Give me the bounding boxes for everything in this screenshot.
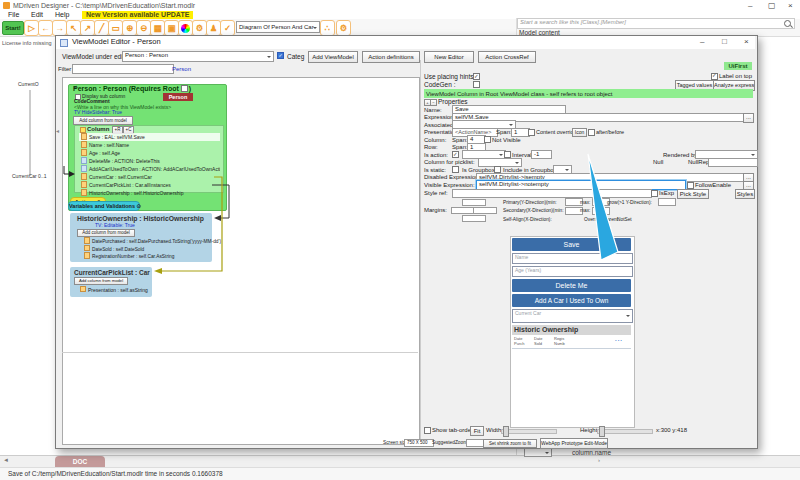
maximize-button[interactable]: ▢	[768, 2, 776, 10]
pick-style-button[interactable]: Pick Style	[677, 189, 709, 199]
dialog-titlebar[interactable]	[56, 36, 755, 49]
style-ref-input[interactable]	[452, 189, 652, 198]
person-link[interactable]: Person	[172, 66, 191, 73]
styles-button[interactable]: Styles	[735, 189, 755, 199]
width-slider[interactable]	[501, 429, 557, 434]
margin-bottom-input[interactable]	[462, 215, 486, 223]
person-class-badge[interactable]: Person	[163, 93, 193, 101]
add-column-button[interactable]: Add column from model	[73, 116, 133, 125]
diagram-selector[interactable]: Diagram Of Person And Car	[236, 21, 320, 33]
run-icon[interactable]: ▷	[24, 20, 39, 36]
action-definitions-button[interactable]: Action definitions	[362, 51, 420, 63]
width-slider-thumb[interactable]	[503, 426, 509, 437]
is-static-checkbox[interactable]	[452, 166, 459, 173]
preview-add-car-button[interactable]: Add A Car I Used To Own	[512, 294, 631, 307]
menu-edit[interactable]: Edit	[31, 11, 43, 19]
icon-button[interactable]: Icon	[572, 128, 587, 138]
background-combo[interactable]	[524, 448, 552, 457]
picklist-row-presentation[interactable]: Presentation : self.asString	[78, 286, 148, 294]
content-override-checkbox[interactable]	[528, 129, 535, 136]
menu-file[interactable]: File	[8, 11, 19, 19]
expression-ellipsis-button[interactable]: ...	[743, 113, 754, 123]
margin-left-input[interactable]	[451, 207, 475, 215]
tree-row-deleteme[interactable]: DeleteMe : ACTION: DeleteThis	[79, 157, 220, 165]
copy-view-icon[interactable]: ▣	[164, 20, 179, 36]
secondary-max-input[interactable]	[592, 207, 610, 215]
margin-right-input[interactable]	[473, 207, 497, 215]
tree-row-currentcarpicklist[interactable]: CurrentCarPickList : Car.allInstances	[79, 181, 220, 189]
historic-row-datepurchased[interactable]: DatePurchased : self.DatePurchased.ToStr…	[82, 237, 221, 245]
scroll-left-icon[interactable]: ◄	[3, 457, 9, 464]
zoom-in-icon[interactable]: ⊕	[122, 20, 137, 36]
preview-more-button[interactable]: ...	[615, 336, 623, 343]
dialog-close-button[interactable]: ×	[744, 38, 749, 46]
tab-doc[interactable]: DOC	[55, 456, 105, 467]
tree-row-save[interactable]: Save : EAL: selfVM.Save	[79, 133, 220, 141]
fit-button[interactable]: Fit	[470, 426, 484, 436]
check-icon[interactable]: ✓	[220, 20, 235, 36]
preview-delete-button[interactable]: Delete Me	[512, 279, 631, 292]
preview-col-regnumber[interactable]: RegisNumb	[554, 337, 565, 347]
after-before-checkbox[interactable]	[588, 129, 595, 136]
variables-section[interactable]: Variables and Validations ⊙	[68, 201, 140, 211]
preview-save-button[interactable]: Save	[512, 238, 631, 251]
forward-icon[interactable]: →	[52, 20, 67, 36]
categ-checkbox[interactable]	[277, 52, 284, 59]
search-input[interactable]: Start a search like this [Class].[Member…	[517, 18, 795, 29]
dialog-minimize-button[interactable]: –	[700, 38, 704, 46]
color-wheel-icon[interactable]	[178, 20, 193, 36]
margin-top-input[interactable]	[462, 199, 486, 207]
tree-row-currentcar[interactable]: CurrentCar : self.CurrentCar	[79, 173, 220, 181]
new-editor-button[interactable]: New Editor	[424, 51, 474, 63]
filter-input[interactable]	[72, 64, 174, 74]
pane-splitter[interactable]	[420, 60, 421, 443]
historic-row-datesold[interactable]: DateSold : self.DateSold	[82, 245, 144, 253]
collapse-icon[interactable]: −	[430, 99, 437, 106]
line-tool-icon[interactable]: ╱	[94, 20, 109, 36]
add-viewmodel-button[interactable]: Add ViewModel	[308, 51, 358, 63]
requires-root-checkbox[interactable]	[181, 85, 188, 92]
settings-gear-icon[interactable]: ⚙	[336, 20, 351, 36]
tree-row-name[interactable]: Name : self.Name	[79, 141, 220, 149]
gear-add-icon[interactable]: ⚙	[192, 20, 207, 36]
menu-help[interactable]: Help	[55, 11, 69, 19]
historic-row-registrationnumber[interactable]: RegistrationNumber : self.Car.AsString	[82, 252, 174, 260]
label-on-top-checkbox[interactable]	[711, 73, 718, 80]
preview-col-datesold[interactable]: DateSold	[534, 337, 542, 347]
isexp-checkbox[interactable]	[651, 190, 658, 197]
grid-icon[interactable]: ▦	[150, 20, 165, 36]
is-action-checkbox[interactable]	[452, 151, 459, 158]
nullrep-input[interactable]	[708, 158, 758, 167]
show-tab-order-checkbox[interactable]	[424, 427, 431, 434]
scroll-right-icon[interactable]: ›	[598, 457, 600, 464]
minimize-button[interactable]: –	[748, 2, 752, 10]
back-icon[interactable]: ←	[38, 20, 53, 36]
tree-row-age[interactable]: Age : self.Age	[79, 149, 220, 157]
screen-tool-icon[interactable]: ▭	[108, 20, 123, 36]
action-crossref-button[interactable]: Action CrossRef	[478, 51, 536, 63]
height-slider[interactable]	[597, 429, 653, 434]
zoom-out-icon[interactable]: ⊖	[136, 20, 151, 36]
start-button[interactable]: Start!	[2, 21, 24, 35]
dialog-maximize-button[interactable]: □	[722, 38, 727, 46]
preview-age-input[interactable]: Age (Years)	[512, 266, 633, 277]
height-slider-thumb[interactable]	[599, 426, 605, 437]
search-icon[interactable]	[784, 20, 791, 27]
pointer-icon[interactable]: ↖	[66, 20, 81, 36]
update-banner[interactable]: New Version available UPDATE	[82, 11, 193, 19]
follow-enable-checkbox[interactable]	[687, 182, 694, 189]
collapse-arrow-icon[interactable]: ◂	[56, 128, 59, 135]
use-placing-hints-checkbox[interactable]	[473, 73, 480, 80]
tree-row-addacar[interactable]: AddACarIUsedToOwn : ACTION: AddACarIUsed…	[79, 165, 220, 173]
close-button[interactable]: ×	[788, 2, 793, 10]
webapp-prototype-button[interactable]: WebApp Prototype Edit-Mode	[540, 438, 608, 449]
viewmodel-select[interactable]: Person : Person	[122, 51, 274, 62]
historic-add-column-button[interactable]: Add column from model	[77, 229, 135, 238]
shrink-zoom-button[interactable]: Set shrink zoom to fit	[483, 439, 537, 448]
share-icon[interactable]: ∴	[320, 20, 335, 36]
preview-name-input[interactable]: Name	[512, 253, 633, 264]
tagged-value-link[interactable]: TV HideSidebar: True	[74, 110, 122, 116]
screen-size-input[interactable]: 750 X 500	[404, 439, 434, 447]
interval-input[interactable]: -1	[531, 150, 552, 159]
historic-tagged-value-link[interactable]: TV: Editable: True	[95, 223, 135, 229]
